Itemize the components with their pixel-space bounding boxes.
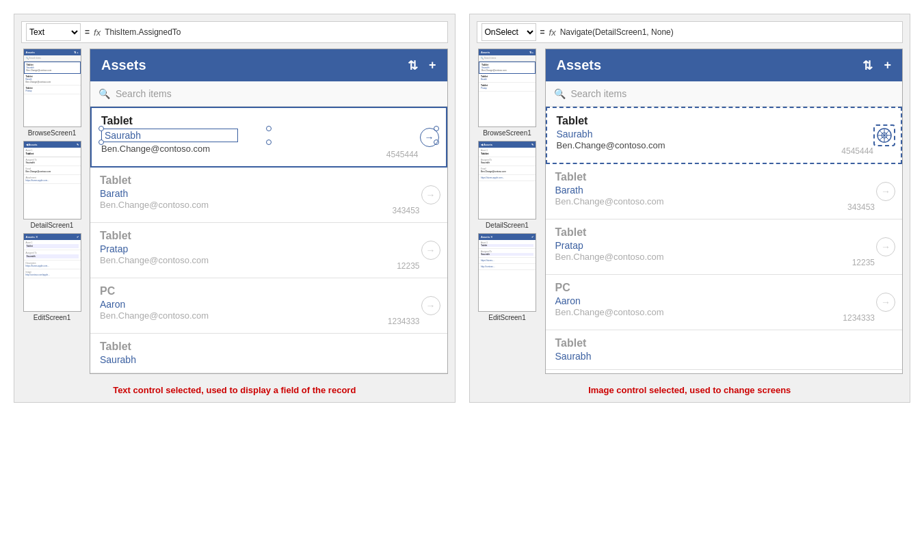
right-add-icon[interactable]: + [884,58,891,73]
left-item-2-num: 12235 [397,261,419,271]
handle-bc [266,139,272,145]
right-list-item-0[interactable]: Tablet Saurabh Ben.Change@contoso.com 45… [546,107,903,164]
right-list-item-3[interactable]: PC Aaron Ben.Change@contoso.com 1234333 … [546,275,903,330]
right-content-area: Assets ⇅ + 🔍 Search items Tablet Saurabh… [477,49,903,374]
right-item-3-assigned: Aaron [555,295,893,306]
handle-tl [98,126,104,131]
left-item-2-assigned: Pratap [100,243,438,254]
right-list-item-4[interactable]: Tablet Saurabh [546,330,903,370]
left-item-1-email: Ben.Change@contoso.com [100,200,438,210]
left-app-search[interactable]: 🔍 Search items [90,81,447,107]
right-list-item-2[interactable]: Tablet Pratap Ben.Change@contoso.com 122… [546,219,903,275]
right-formula-bar: OnSelect = fx Navigate(DetailScreen1, No… [477,21,903,43]
left-caption: Text control selected, used to display a… [21,379,448,395]
right-eq-sign: = [540,27,545,37]
right-item-1-arrow[interactable]: → [876,182,895,201]
right-panel: OnSelect = fx Navigate(DetailScreen1, No… [469,14,911,403]
right-detail-screen-label: DetailScreen1 [486,222,529,229]
left-browse-screen-img: Assets ⇅ + 🔍 Search items Tablet Saurabh… [23,49,81,127]
right-edit-screen-img: Assets ✕ ✔ Asset 1 Tablet Assigned To Sa… [478,233,536,312]
left-app-header: Assets ⇅ + [90,49,447,81]
right-sort-icon[interactable]: ⇅ [862,58,873,73]
right-detail-screen-thumb[interactable]: ◀ Assets ✎ Asset 1 Tablet Assigned To Sa… [477,141,538,229]
left-sort-icon[interactable]: ⇅ [408,58,418,73]
left-formula-bar: Text = fx ThisItem.AssignedTo [21,21,448,43]
left-app-title: Assets [101,57,146,73]
right-edit-screen-thumb[interactable]: Assets ✕ ✔ Asset 1 Tablet Assigned To Sa… [477,233,538,321]
right-item-3-email: Ben.Change@contoso.com [555,307,893,317]
left-browse-screen-thumb[interactable]: Assets ⇅ + 🔍 Search items Tablet Saurabh… [21,49,83,137]
left-item-1-arrow[interactable]: → [421,185,440,204]
right-browse-screen-label: BrowseScreen1 [483,129,531,137]
right-item-2-arrow[interactable]: → [876,237,895,256]
right-item-0-assigned: Saurabh [557,129,892,139]
right-item-1-title: Tablet [555,171,893,183]
left-app-header-icons: ⇅ + [408,58,436,73]
right-edit-screen-label: EditScreen1 [488,314,525,321]
right-detail-screen-img: ◀ Assets ✎ Asset 1 Tablet Assigned To Sa… [478,141,536,219]
left-detail-screen-thumb[interactable]: ◀ Assets ✎ Asset 1 Tablet Assigned To Sa… [21,141,83,229]
right-app-mockup: Assets ⇅ + 🔍 Search items Tablet Saurabh… [545,49,903,374]
right-item-3-arrow[interactable]: → [876,293,895,312]
right-list-item-1[interactable]: Tablet Barath Ben.Change@contoso.com 343… [546,164,903,219]
left-item-3-num: 1234333 [388,317,420,326]
left-item-4-assigned: Saurabh [100,354,438,365]
left-search-placeholder: Search items [116,88,172,99]
left-item-0-arrow[interactable]: → [420,128,439,147]
right-app-title: Assets [557,57,602,73]
left-panel: Text = fx ThisItem.AssignedTo Assets ⇅ + [14,14,456,403]
handle-bl [98,139,104,145]
left-list-item-2[interactable]: Tablet Pratap Ben.Change@contoso.com 122… [90,223,447,278]
left-list-item-4[interactable]: Tablet Saurabh [90,334,447,373]
left-search-icon: 🔍 [98,88,110,99]
right-item-4-title: Tablet [555,337,893,349]
right-search-icon: 🔍 [554,88,566,99]
right-item-2-email: Ben.Change@contoso.com [555,252,893,262]
right-item-0-title: Tablet [557,115,892,127]
right-item-4-assigned: Saurabh [555,351,893,362]
left-property-dropdown[interactable]: Text [26,23,81,41]
left-item-3-arrow[interactable]: → [421,296,440,315]
right-property-dropdown[interactable]: OnSelect [481,23,536,41]
right-app-search[interactable]: 🔍 Search items [546,81,903,107]
left-item-2-email: Ben.Change@contoso.com [100,255,438,265]
right-item-1-email: Ben.Change@contoso.com [555,196,893,206]
left-list-item-3[interactable]: PC Aaron Ben.Change@contoso.com 1234333 … [90,278,447,334]
right-browse-screen-thumb[interactable]: Assets ⇅ + 🔍 Search items Tablet Saurabh… [477,49,538,137]
right-item-0-cross-icon[interactable] [873,124,895,146]
left-content-area: Assets ⇅ + 🔍 Search items Tablet Saurabh… [21,49,448,374]
left-item-3-email: Ben.Change@contoso.com [100,310,438,321]
left-item-0-assigned-selected: Saurabh [101,129,238,142]
left-formula-text: ThisItem.AssignedTo [105,27,443,37]
right-item-0-num: 4545444 [841,146,873,156]
left-item-1-title: Tablet [100,174,438,187]
left-eq-sign: = [85,27,90,37]
left-edit-screen-img: Assets ✕ ✔ Asset 1 Tablet Assigned To Sa… [23,233,81,312]
right-search-placeholder: Search items [571,88,627,99]
left-detail-screen-label: DetailScreen1 [31,222,74,229]
right-screens-sidebar: Assets ⇅ + 🔍 Search items Tablet Saurabh… [477,49,538,374]
left-add-icon[interactable]: + [429,58,436,73]
right-app-header: Assets ⇅ + [546,49,903,81]
right-item-2-num: 12235 [852,258,875,267]
cross-icon-img [873,124,895,146]
left-app-mockup: Assets ⇅ + 🔍 Search items Tablet Saurabh [90,49,448,374]
right-item-1-num: 343453 [847,202,875,212]
left-item-2-title: Tablet [100,230,438,242]
left-list-item-0[interactable]: Tablet Saurabh Ben.Change@contoso.com 45… [90,107,447,168]
main-container: Text = fx ThisItem.AssignedTo Assets ⇅ + [0,7,924,410]
right-formula-text: Navigate(DetailScreen1, None) [560,27,898,37]
left-item-3-assigned: Aaron [100,299,438,310]
handle-tc [266,126,272,131]
left-edit-screen-label: EditScreen1 [34,314,70,321]
right-app-header-icons: ⇅ + [862,58,891,73]
left-edit-screen-thumb[interactable]: Assets ✕ ✔ Asset 1 Tablet Assigned To Sa… [21,233,83,321]
left-list-item-1[interactable]: Tablet Barath Ben.Change@contoso.com 343… [90,168,447,223]
left-item-4-title: Tablet [100,341,438,353]
left-item-3-title: PC [100,285,438,297]
right-item-3-num: 1234333 [843,313,875,323]
right-browse-screen-img: Assets ⇅ + 🔍 Search items Tablet Saurabh… [478,49,536,127]
left-fx-label: fx [94,27,101,38]
left-detail-screen-img: ◀ Assets ✎ Asset 1 Tablet Assigned To Sa… [23,141,81,219]
left-item-2-arrow[interactable]: → [421,241,440,260]
